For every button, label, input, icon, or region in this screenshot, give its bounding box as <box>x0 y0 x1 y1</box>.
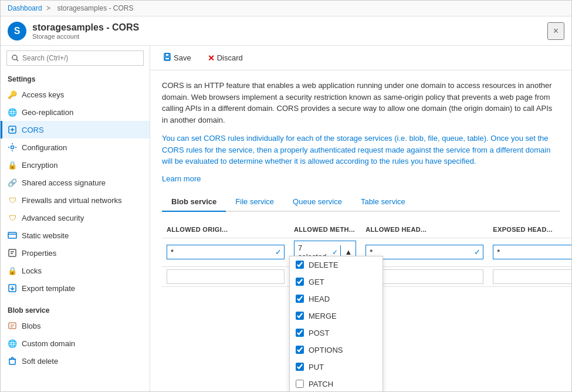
label-post: POST <box>309 329 329 337</box>
checkbox-delete[interactable] <box>296 261 304 269</box>
sidebar-label-configuration: Configuration <box>22 143 67 152</box>
sidebar-search-container <box>1 46 150 70</box>
sidebar-label-custom-domain: Custom domain <box>22 339 75 348</box>
dropdown-item-merge[interactable]: MERGE <box>290 307 383 325</box>
domain-icon: 🌐 <box>8 339 17 348</box>
tab-blob-service[interactable]: Blob service <box>162 192 226 212</box>
methods-dropdown-1: DELETE GET HEAD <box>289 256 383 392</box>
label-get: GET <box>309 278 324 286</box>
sidebar-item-locks[interactable]: 🔒 Locks <box>1 262 150 279</box>
sidebar-item-static-website[interactable]: Static website <box>1 227 150 244</box>
breadcrumb-separator: > <box>46 4 50 12</box>
blob-section-title: Blob service <box>1 302 150 317</box>
dropdown-item-get[interactable]: GET <box>290 273 383 290</box>
checkbox-merge[interactable] <box>296 312 304 320</box>
save-label: Save <box>174 53 191 62</box>
sidebar-item-shared-access-signature[interactable]: 🔗 Shared access signature <box>1 174 150 191</box>
sidebar-item-properties[interactable]: Properties <box>1 244 150 262</box>
breadcrumb: Dashboard > storagesamples - CORS <box>1 1 571 16</box>
firewall-icon: 🛡 <box>8 195 17 205</box>
sidebar-label-export-template: Export template <box>22 284 75 293</box>
dropdown-item-post[interactable]: POST <box>290 325 383 342</box>
key-icon: 🔑 <box>8 90 17 99</box>
sidebar-item-custom-domain[interactable]: 🌐 Custom domain <box>1 334 150 352</box>
sidebar-item-access-keys[interactable]: 🔑 Access keys <box>1 86 150 103</box>
checkbox-put[interactable] <box>296 363 304 371</box>
cell-exposed-1: ✓ <box>488 238 571 266</box>
description-2: You can set CORS rules individually for … <box>162 133 560 167</box>
exposed-headers-input-1[interactable] <box>493 245 571 259</box>
sidebar-label-soft-delete: Soft delete <box>22 357 58 366</box>
sidebar-item-encryption[interactable]: 🔒 Encryption <box>1 156 150 174</box>
sidebar-item-soft-delete[interactable]: Soft delete <box>1 352 150 370</box>
svg-rect-6 <box>9 359 15 364</box>
sidebar-item-configuration[interactable]: Configuration <box>1 138 150 156</box>
dropdown-item-patch[interactable]: PATCH <box>290 376 383 392</box>
breadcrumb-dashboard[interactable]: Dashboard <box>8 4 42 12</box>
sidebar-item-geo-replication[interactable]: 🌐 Geo-replication <box>1 103 150 121</box>
config-icon <box>8 143 17 152</box>
sidebar-item-firewalls[interactable]: 🛡 Firewalls and virtual networks <box>1 191 150 209</box>
label-patch: PATCH <box>309 380 333 388</box>
sidebar-label-encryption: Encryption <box>22 161 57 170</box>
exposed-input-container-1: ✓ <box>493 245 571 259</box>
checkbox-get[interactable] <box>296 278 304 286</box>
dropdown-item-head[interactable]: HEAD <box>290 290 383 307</box>
sidebar-label-locks: Locks <box>22 266 42 275</box>
origins-input-2[interactable] <box>167 269 285 284</box>
exposed-headers-input-2[interactable] <box>493 269 571 284</box>
col-allowed-origins: ALLOWED ORIGI... <box>162 221 289 238</box>
save-icon <box>163 53 171 63</box>
sidebar-item-export-template[interactable]: Export template <box>1 279 150 297</box>
cell-origins-1: ✓ <box>162 238 289 266</box>
tab-table-service[interactable]: Table service <box>351 192 415 212</box>
allowed-headers-input-2[interactable] <box>365 269 483 284</box>
tab-queue-service[interactable]: Queue service <box>283 192 351 212</box>
origins-input-1[interactable] <box>167 245 273 259</box>
discard-button[interactable]: ✕ Discard <box>204 51 246 65</box>
origins-input-container-1: ✓ <box>167 245 285 259</box>
headers-check-1: ✓ <box>472 245 483 259</box>
learn-more-link[interactable]: Learn more <box>162 174 560 183</box>
sidebar-label-properties: Properties <box>22 249 56 258</box>
col-exposed-headers: EXPOSED HEAD... <box>488 221 571 238</box>
svg-rect-2 <box>8 232 16 238</box>
blobs-icon <box>8 321 17 330</box>
discard-icon: ✕ <box>208 53 215 63</box>
checkbox-head[interactable] <box>296 295 304 303</box>
sidebar: Settings 🔑 Access keys 🌐 Geo-replication… <box>1 46 150 391</box>
cell-exposed-2 <box>488 266 571 286</box>
sidebar-item-cors[interactable]: CORS <box>1 121 150 138</box>
sidebar-item-advanced-security[interactable]: 🛡 Advanced security <box>1 209 150 227</box>
checkbox-options[interactable] <box>296 346 304 354</box>
label-put: PUT <box>309 363 324 371</box>
window-subtitle: Storage account <box>32 33 139 40</box>
globe-icon: 🌐 <box>8 107 17 117</box>
svg-rect-9 <box>165 58 170 60</box>
lock-icon: 🔒 <box>8 160 17 170</box>
close-button[interactable]: × <box>547 22 564 40</box>
dropdown-item-options[interactable]: OPTIONS <box>290 342 383 359</box>
cors-rules-table: ALLOWED ORIGI... ALLOWED METH... ALLOWED… <box>162 221 571 287</box>
search-input[interactable] <box>6 50 144 66</box>
dropdown-item-put[interactable]: PUT <box>290 359 383 376</box>
sidebar-item-blobs[interactable]: Blobs <box>1 317 150 334</box>
properties-icon <box>8 248 17 258</box>
sidebar-label-blobs: Blobs <box>22 322 41 330</box>
toolbar: Save ✕ Discard <box>150 46 571 70</box>
storage-icon: S <box>8 22 26 40</box>
checkbox-post[interactable] <box>296 329 304 337</box>
title-bar-left: S storagesamples - CORS Storage account <box>8 22 139 40</box>
dropdown-item-delete[interactable]: DELETE <box>290 256 383 273</box>
sidebar-label-firewalls: Firewalls and virtual networks <box>22 196 122 205</box>
export-icon <box>8 283 17 293</box>
website-icon <box>8 231 17 240</box>
svg-rect-3 <box>9 249 16 256</box>
title-bar: S storagesamples - CORS Storage account … <box>1 16 571 46</box>
save-button[interactable]: Save <box>160 50 195 65</box>
content-area: Save ✕ Discard CORS is an HTTP feature t… <box>150 46 571 391</box>
trash-icon <box>8 356 17 366</box>
tab-file-service[interactable]: File service <box>226 192 283 212</box>
checkbox-patch[interactable] <box>296 380 304 388</box>
sidebar-label-access-keys: Access keys <box>22 90 64 99</box>
